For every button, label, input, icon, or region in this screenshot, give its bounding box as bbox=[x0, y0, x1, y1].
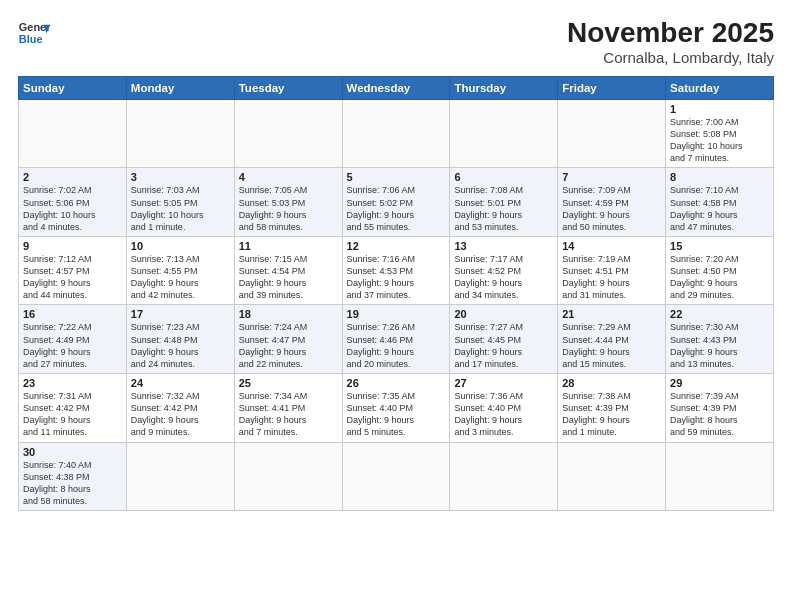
day-info: Sunrise: 7:24 AMSunset: 4:47 PMDaylight:… bbox=[239, 321, 338, 370]
table-row: 6Sunrise: 7:08 AMSunset: 5:01 PMDaylight… bbox=[450, 168, 558, 237]
table-row bbox=[342, 442, 450, 511]
day-number: 25 bbox=[239, 377, 338, 389]
day-info: Sunrise: 7:35 AMSunset: 4:40 PMDaylight:… bbox=[347, 390, 446, 439]
title-block: November 2025 Cornalba, Lombardy, Italy bbox=[567, 18, 774, 66]
day-number: 22 bbox=[670, 308, 769, 320]
day-number: 15 bbox=[670, 240, 769, 252]
table-row: 16Sunrise: 7:22 AMSunset: 4:49 PMDayligh… bbox=[19, 305, 127, 374]
header: General Blue November 2025 Cornalba, Lom… bbox=[18, 18, 774, 66]
table-row bbox=[558, 99, 666, 168]
table-row: 27Sunrise: 7:36 AMSunset: 4:40 PMDayligh… bbox=[450, 374, 558, 443]
day-info: Sunrise: 7:22 AMSunset: 4:49 PMDaylight:… bbox=[23, 321, 122, 370]
day-number: 14 bbox=[562, 240, 661, 252]
day-number: 4 bbox=[239, 171, 338, 183]
table-row: 29Sunrise: 7:39 AMSunset: 4:39 PMDayligh… bbox=[666, 374, 774, 443]
day-number: 2 bbox=[23, 171, 122, 183]
col-sunday: Sunday bbox=[19, 76, 127, 99]
day-info: Sunrise: 7:30 AMSunset: 4:43 PMDaylight:… bbox=[670, 321, 769, 370]
table-row: 4Sunrise: 7:05 AMSunset: 5:03 PMDaylight… bbox=[234, 168, 342, 237]
table-row bbox=[19, 99, 127, 168]
col-monday: Monday bbox=[126, 76, 234, 99]
day-number: 10 bbox=[131, 240, 230, 252]
day-number: 28 bbox=[562, 377, 661, 389]
day-info: Sunrise: 7:39 AMSunset: 4:39 PMDaylight:… bbox=[670, 390, 769, 439]
col-wednesday: Wednesday bbox=[342, 76, 450, 99]
table-row: 8Sunrise: 7:10 AMSunset: 4:58 PMDaylight… bbox=[666, 168, 774, 237]
calendar-header-row: Sunday Monday Tuesday Wednesday Thursday… bbox=[19, 76, 774, 99]
table-row: 7Sunrise: 7:09 AMSunset: 4:59 PMDaylight… bbox=[558, 168, 666, 237]
table-row: 1Sunrise: 7:00 AMSunset: 5:08 PMDaylight… bbox=[666, 99, 774, 168]
day-number: 20 bbox=[454, 308, 553, 320]
table-row: 24Sunrise: 7:32 AMSunset: 4:42 PMDayligh… bbox=[126, 374, 234, 443]
table-row bbox=[450, 99, 558, 168]
table-row bbox=[126, 442, 234, 511]
table-row: 22Sunrise: 7:30 AMSunset: 4:43 PMDayligh… bbox=[666, 305, 774, 374]
table-row bbox=[342, 99, 450, 168]
table-row: 26Sunrise: 7:35 AMSunset: 4:40 PMDayligh… bbox=[342, 374, 450, 443]
day-number: 8 bbox=[670, 171, 769, 183]
table-row bbox=[558, 442, 666, 511]
calendar-table: Sunday Monday Tuesday Wednesday Thursday… bbox=[18, 76, 774, 511]
day-info: Sunrise: 7:08 AMSunset: 5:01 PMDaylight:… bbox=[454, 184, 553, 233]
calendar-week-row: 2Sunrise: 7:02 AMSunset: 5:06 PMDaylight… bbox=[19, 168, 774, 237]
col-friday: Friday bbox=[558, 76, 666, 99]
day-number: 30 bbox=[23, 446, 122, 458]
day-number: 19 bbox=[347, 308, 446, 320]
calendar-week-row: 23Sunrise: 7:31 AMSunset: 4:42 PMDayligh… bbox=[19, 374, 774, 443]
table-row bbox=[234, 442, 342, 511]
svg-text:Blue: Blue bbox=[19, 33, 43, 45]
day-number: 12 bbox=[347, 240, 446, 252]
day-info: Sunrise: 7:17 AMSunset: 4:52 PMDaylight:… bbox=[454, 253, 553, 302]
day-info: Sunrise: 7:06 AMSunset: 5:02 PMDaylight:… bbox=[347, 184, 446, 233]
table-row: 9Sunrise: 7:12 AMSunset: 4:57 PMDaylight… bbox=[19, 236, 127, 305]
table-row: 17Sunrise: 7:23 AMSunset: 4:48 PMDayligh… bbox=[126, 305, 234, 374]
page: General Blue November 2025 Cornalba, Lom… bbox=[0, 0, 792, 612]
day-info: Sunrise: 7:40 AMSunset: 4:38 PMDaylight:… bbox=[23, 459, 122, 508]
table-row: 5Sunrise: 7:06 AMSunset: 5:02 PMDaylight… bbox=[342, 168, 450, 237]
day-number: 26 bbox=[347, 377, 446, 389]
table-row bbox=[126, 99, 234, 168]
day-number: 3 bbox=[131, 171, 230, 183]
table-row: 14Sunrise: 7:19 AMSunset: 4:51 PMDayligh… bbox=[558, 236, 666, 305]
day-number: 1 bbox=[670, 103, 769, 115]
day-number: 5 bbox=[347, 171, 446, 183]
table-row: 10Sunrise: 7:13 AMSunset: 4:55 PMDayligh… bbox=[126, 236, 234, 305]
calendar-week-row: 16Sunrise: 7:22 AMSunset: 4:49 PMDayligh… bbox=[19, 305, 774, 374]
table-row: 25Sunrise: 7:34 AMSunset: 4:41 PMDayligh… bbox=[234, 374, 342, 443]
day-info: Sunrise: 7:31 AMSunset: 4:42 PMDaylight:… bbox=[23, 390, 122, 439]
day-number: 9 bbox=[23, 240, 122, 252]
day-number: 16 bbox=[23, 308, 122, 320]
day-info: Sunrise: 7:09 AMSunset: 4:59 PMDaylight:… bbox=[562, 184, 661, 233]
day-info: Sunrise: 7:19 AMSunset: 4:51 PMDaylight:… bbox=[562, 253, 661, 302]
table-row bbox=[666, 442, 774, 511]
day-info: Sunrise: 7:27 AMSunset: 4:45 PMDaylight:… bbox=[454, 321, 553, 370]
calendar-subtitle: Cornalba, Lombardy, Italy bbox=[567, 49, 774, 66]
table-row: 12Sunrise: 7:16 AMSunset: 4:53 PMDayligh… bbox=[342, 236, 450, 305]
day-number: 29 bbox=[670, 377, 769, 389]
day-info: Sunrise: 7:34 AMSunset: 4:41 PMDaylight:… bbox=[239, 390, 338, 439]
table-row: 18Sunrise: 7:24 AMSunset: 4:47 PMDayligh… bbox=[234, 305, 342, 374]
day-info: Sunrise: 7:00 AMSunset: 5:08 PMDaylight:… bbox=[670, 116, 769, 165]
calendar-week-row: 9Sunrise: 7:12 AMSunset: 4:57 PMDaylight… bbox=[19, 236, 774, 305]
day-info: Sunrise: 7:36 AMSunset: 4:40 PMDaylight:… bbox=[454, 390, 553, 439]
day-info: Sunrise: 7:38 AMSunset: 4:39 PMDaylight:… bbox=[562, 390, 661, 439]
day-info: Sunrise: 7:03 AMSunset: 5:05 PMDaylight:… bbox=[131, 184, 230, 233]
day-number: 7 bbox=[562, 171, 661, 183]
table-row: 2Sunrise: 7:02 AMSunset: 5:06 PMDaylight… bbox=[19, 168, 127, 237]
day-info: Sunrise: 7:13 AMSunset: 4:55 PMDaylight:… bbox=[131, 253, 230, 302]
day-info: Sunrise: 7:32 AMSunset: 4:42 PMDaylight:… bbox=[131, 390, 230, 439]
day-info: Sunrise: 7:20 AMSunset: 4:50 PMDaylight:… bbox=[670, 253, 769, 302]
day-number: 18 bbox=[239, 308, 338, 320]
calendar-title: November 2025 bbox=[567, 18, 774, 49]
day-number: 23 bbox=[23, 377, 122, 389]
day-info: Sunrise: 7:29 AMSunset: 4:44 PMDaylight:… bbox=[562, 321, 661, 370]
day-info: Sunrise: 7:02 AMSunset: 5:06 PMDaylight:… bbox=[23, 184, 122, 233]
logo: General Blue bbox=[18, 18, 50, 50]
table-row: 21Sunrise: 7:29 AMSunset: 4:44 PMDayligh… bbox=[558, 305, 666, 374]
day-info: Sunrise: 7:15 AMSunset: 4:54 PMDaylight:… bbox=[239, 253, 338, 302]
day-info: Sunrise: 7:12 AMSunset: 4:57 PMDaylight:… bbox=[23, 253, 122, 302]
generalblue-logo-icon: General Blue bbox=[18, 18, 50, 50]
day-info: Sunrise: 7:16 AMSunset: 4:53 PMDaylight:… bbox=[347, 253, 446, 302]
day-number: 17 bbox=[131, 308, 230, 320]
calendar-week-row: 30Sunrise: 7:40 AMSunset: 4:38 PMDayligh… bbox=[19, 442, 774, 511]
